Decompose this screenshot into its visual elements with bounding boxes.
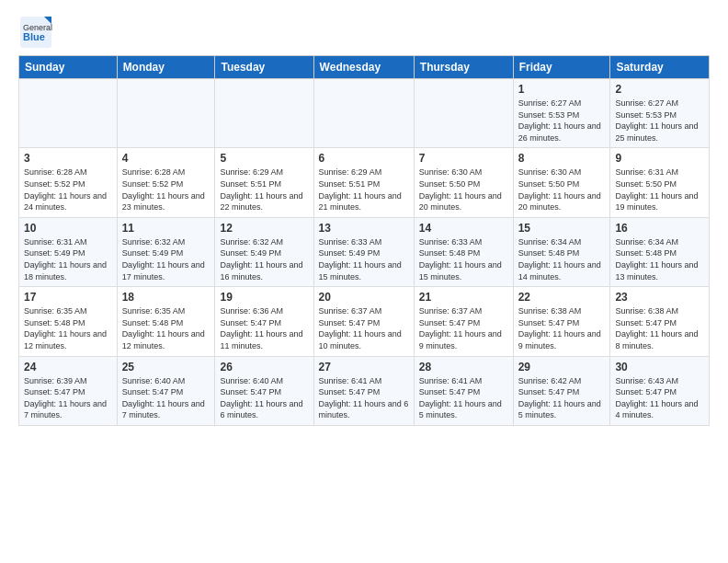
day-info: Sunrise: 6:33 AM Sunset: 5:49 PM Dayligh… <box>319 236 409 282</box>
calendar-cell: 14Sunrise: 6:33 AM Sunset: 5:48 PM Dayli… <box>414 217 513 286</box>
calendar-table: SundayMondayTuesdayWednesdayThursdayFrid… <box>18 55 710 426</box>
calendar-cell: 1Sunrise: 6:27 AM Sunset: 5:53 PM Daylig… <box>513 79 610 148</box>
day-info: Sunrise: 6:28 AM Sunset: 5:52 PM Dayligh… <box>122 167 210 213</box>
calendar-cell: 8Sunrise: 6:30 AM Sunset: 5:50 PM Daylig… <box>513 148 610 217</box>
logo-icon: General Blue <box>18 15 53 50</box>
calendar-cell <box>313 79 414 148</box>
day-number: 5 <box>220 152 308 165</box>
calendar-cell <box>19 79 118 148</box>
day-number: 1 <box>518 83 606 96</box>
calendar-cell: 27Sunrise: 6:41 AM Sunset: 5:47 PM Dayli… <box>313 356 414 425</box>
day-number: 16 <box>615 222 704 235</box>
day-info: Sunrise: 6:35 AM Sunset: 5:48 PM Dayligh… <box>24 305 112 351</box>
calendar-body: 1Sunrise: 6:27 AM Sunset: 5:53 PM Daylig… <box>19 79 710 426</box>
day-info: Sunrise: 6:38 AM Sunset: 5:47 PM Dayligh… <box>615 305 704 351</box>
day-info: Sunrise: 6:34 AM Sunset: 5:48 PM Dayligh… <box>615 236 704 282</box>
calendar-header-row: SundayMondayTuesdayWednesdayThursdayFrid… <box>19 56 710 79</box>
calendar-cell: 28Sunrise: 6:41 AM Sunset: 5:47 PM Dayli… <box>414 356 513 425</box>
day-info: Sunrise: 6:28 AM Sunset: 5:52 PM Dayligh… <box>24 167 112 213</box>
calendar-cell <box>117 79 215 148</box>
day-info: Sunrise: 6:43 AM Sunset: 5:47 PM Dayligh… <box>615 375 704 421</box>
day-header-saturday: Saturday <box>610 56 710 79</box>
day-number: 23 <box>615 291 704 304</box>
day-number: 6 <box>319 152 409 165</box>
logo: General Blue <box>18 15 53 50</box>
day-info: Sunrise: 6:27 AM Sunset: 5:53 PM Dayligh… <box>518 98 606 144</box>
day-header-sunday: Sunday <box>19 56 118 79</box>
day-number: 9 <box>615 152 704 165</box>
day-info: Sunrise: 6:36 AM Sunset: 5:47 PM Dayligh… <box>220 305 308 351</box>
week-row-5: 24Sunrise: 6:39 AM Sunset: 5:47 PM Dayli… <box>19 356 710 425</box>
day-header-wednesday: Wednesday <box>313 56 414 79</box>
day-header-thursday: Thursday <box>414 56 513 79</box>
day-number: 28 <box>419 361 508 373</box>
day-number: 7 <box>419 152 508 165</box>
calendar-cell: 24Sunrise: 6:39 AM Sunset: 5:47 PM Dayli… <box>19 356 118 425</box>
day-number: 18 <box>122 291 210 304</box>
week-row-3: 10Sunrise: 6:31 AM Sunset: 5:49 PM Dayli… <box>19 217 710 286</box>
calendar-cell: 7Sunrise: 6:30 AM Sunset: 5:50 PM Daylig… <box>414 148 513 217</box>
calendar-cell: 3Sunrise: 6:28 AM Sunset: 5:52 PM Daylig… <box>19 148 118 217</box>
calendar-cell: 22Sunrise: 6:38 AM Sunset: 5:47 PM Dayli… <box>513 287 610 356</box>
day-info: Sunrise: 6:30 AM Sunset: 5:50 PM Dayligh… <box>419 167 508 213</box>
day-number: 14 <box>419 222 508 235</box>
calendar-cell: 12Sunrise: 6:32 AM Sunset: 5:49 PM Dayli… <box>215 217 313 286</box>
calendar-cell: 23Sunrise: 6:38 AM Sunset: 5:47 PM Dayli… <box>610 287 710 356</box>
calendar-cell: 21Sunrise: 6:37 AM Sunset: 5:47 PM Dayli… <box>414 287 513 356</box>
day-number: 11 <box>122 222 210 235</box>
calendar-cell: 30Sunrise: 6:43 AM Sunset: 5:47 PM Dayli… <box>610 356 710 425</box>
day-header-friday: Friday <box>513 56 610 79</box>
day-info: Sunrise: 6:30 AM Sunset: 5:50 PM Dayligh… <box>518 167 606 213</box>
day-number: 25 <box>122 361 210 373</box>
week-row-1: 1Sunrise: 6:27 AM Sunset: 5:53 PM Daylig… <box>19 79 710 148</box>
calendar-cell <box>414 79 513 148</box>
day-number: 19 <box>220 291 308 304</box>
day-number: 27 <box>319 361 409 373</box>
day-info: Sunrise: 6:40 AM Sunset: 5:47 PM Dayligh… <box>122 375 210 421</box>
day-number: 3 <box>24 152 112 165</box>
day-info: Sunrise: 6:40 AM Sunset: 5:47 PM Dayligh… <box>220 375 308 421</box>
calendar-cell: 17Sunrise: 6:35 AM Sunset: 5:48 PM Dayli… <box>19 287 118 356</box>
day-info: Sunrise: 6:33 AM Sunset: 5:48 PM Dayligh… <box>419 236 508 282</box>
day-number: 4 <box>122 152 210 165</box>
day-number: 29 <box>518 361 606 373</box>
calendar-cell: 6Sunrise: 6:29 AM Sunset: 5:51 PM Daylig… <box>313 148 414 217</box>
day-info: Sunrise: 6:35 AM Sunset: 5:48 PM Dayligh… <box>122 305 210 351</box>
day-header-monday: Monday <box>117 56 215 79</box>
calendar-cell: 16Sunrise: 6:34 AM Sunset: 5:48 PM Dayli… <box>610 217 710 286</box>
day-info: Sunrise: 6:29 AM Sunset: 5:51 PM Dayligh… <box>319 167 409 213</box>
calendar-cell: 2Sunrise: 6:27 AM Sunset: 5:53 PM Daylig… <box>610 79 710 148</box>
day-info: Sunrise: 6:27 AM Sunset: 5:53 PM Dayligh… <box>615 98 704 144</box>
calendar-cell <box>215 79 313 148</box>
week-row-4: 17Sunrise: 6:35 AM Sunset: 5:48 PM Dayli… <box>19 287 710 356</box>
day-number: 13 <box>319 222 409 235</box>
day-number: 17 <box>24 291 112 304</box>
calendar-cell: 13Sunrise: 6:33 AM Sunset: 5:49 PM Dayli… <box>313 217 414 286</box>
calendar-cell: 4Sunrise: 6:28 AM Sunset: 5:52 PM Daylig… <box>117 148 215 217</box>
calendar-cell: 9Sunrise: 6:31 AM Sunset: 5:50 PM Daylig… <box>610 148 710 217</box>
calendar-cell: 29Sunrise: 6:42 AM Sunset: 5:47 PM Dayli… <box>513 356 610 425</box>
calendar-cell: 10Sunrise: 6:31 AM Sunset: 5:49 PM Dayli… <box>19 217 118 286</box>
day-info: Sunrise: 6:39 AM Sunset: 5:47 PM Dayligh… <box>24 375 112 421</box>
day-info: Sunrise: 6:42 AM Sunset: 5:47 PM Dayligh… <box>518 375 606 421</box>
day-number: 26 <box>220 361 308 373</box>
day-number: 30 <box>615 361 704 373</box>
week-row-2: 3Sunrise: 6:28 AM Sunset: 5:52 PM Daylig… <box>19 148 710 217</box>
calendar-cell: 18Sunrise: 6:35 AM Sunset: 5:48 PM Dayli… <box>117 287 215 356</box>
day-info: Sunrise: 6:41 AM Sunset: 5:47 PM Dayligh… <box>319 375 409 421</box>
day-number: 20 <box>319 291 409 304</box>
day-info: Sunrise: 6:37 AM Sunset: 5:47 PM Dayligh… <box>419 305 508 351</box>
day-number: 2 <box>615 83 704 96</box>
day-number: 15 <box>518 222 606 235</box>
day-number: 22 <box>518 291 606 304</box>
day-info: Sunrise: 6:31 AM Sunset: 5:49 PM Dayligh… <box>24 236 112 282</box>
day-info: Sunrise: 6:29 AM Sunset: 5:51 PM Dayligh… <box>220 167 308 213</box>
day-info: Sunrise: 6:31 AM Sunset: 5:50 PM Dayligh… <box>615 167 704 213</box>
day-info: Sunrise: 6:41 AM Sunset: 5:47 PM Dayligh… <box>419 375 508 421</box>
day-number: 12 <box>220 222 308 235</box>
svg-text:Blue: Blue <box>23 31 45 42</box>
day-info: Sunrise: 6:32 AM Sunset: 5:49 PM Dayligh… <box>220 236 308 282</box>
day-number: 8 <box>518 152 606 165</box>
day-number: 21 <box>419 291 508 304</box>
page-header: General Blue <box>18 15 710 50</box>
